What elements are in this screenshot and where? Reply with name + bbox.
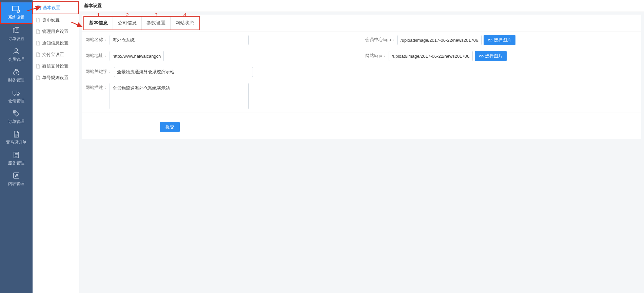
leftnav-item-order-manage[interactable]: 订单管理 [0,107,33,127]
page-title: 基本设置 [79,0,644,12]
subnav-label: 管理用户设置 [42,29,69,35]
cloud-upload-icon [488,38,492,42]
leftnav-item-order-settings[interactable]: 订单设置 [0,24,33,44]
sub-nav: 基本设置 货币设置 管理用户设置 通知信息设置 支付宝设置 微信支付设置 单号规… [33,0,79,293]
documents-icon [1,26,32,35]
cloud-upload-icon [479,54,484,58]
file-icon [36,64,40,69]
file-icon [36,52,40,57]
subnav-item-wechat-pay[interactable]: 微信支付设置 [33,60,79,72]
leftnav-label: 订单管理 [1,119,32,125]
leftnav-item-finance[interactable]: ¥ 财务管理 [0,65,33,86]
tabs: 1 基本信息 2 公司信息 3 参数设置 4 网站状态 [83,16,200,30]
gear-icon [1,4,31,14]
svg-text:W: W [15,174,18,178]
left-nav: 系统设置 订单设置 会员管理 ¥ 财务管理 仓储管理 [0,0,33,293]
user-icon [1,47,32,56]
list-icon [1,150,32,160]
desc-textarea[interactable] [110,83,249,109]
content: 1 基本信息 2 公司信息 3 参数设置 4 网站状态 [82,15,641,139]
leftnav-item-system-settings[interactable]: 系统设置 [0,2,33,24]
leftnav-label: 服务管理 [1,160,32,166]
file-icon [37,5,41,10]
site-name-label: 网站名称： [85,35,108,43]
upload-button-label: 选择图片 [494,37,511,43]
tab-label: 公司信息 [118,20,137,25]
leftnav-item-amazon-orders[interactable]: 亚马逊订单 [0,127,33,148]
leftnav-label: 系统设置 [1,15,31,20]
file-icon [36,41,40,45]
tab-label: 基本信息 [89,20,108,25]
file-icon [36,18,40,22]
leftnav-label: 亚马逊订单 [1,140,32,145]
truck-icon [1,88,32,97]
member-logo-upload-button[interactable]: 选择图片 [484,35,515,45]
file-icon [36,75,40,80]
subnav-label: 微信支付设置 [42,63,69,69]
subnav-item-alipay[interactable]: 支付宝设置 [33,49,79,60]
site-logo-upload-button[interactable]: 选择图片 [475,51,507,61]
svg-point-9 [15,112,16,113]
subnav-item-number-rules[interactable]: 单号规则设置 [33,72,79,84]
site-name-input[interactable] [110,35,249,45]
desc-label: 网站描述： [85,83,108,91]
money-bag-icon: ¥ [1,67,32,77]
subnav-label: 单号规则设置 [42,75,69,81]
tab-label: 网站状态 [175,20,194,25]
subnav-label: 货币设置 [42,17,60,23]
annotation-number: 2 [126,12,129,18]
keywords-input[interactable] [114,67,253,77]
tab-site-status[interactable]: 4 网站状态 [171,17,199,30]
site-url-input[interactable] [110,51,164,61]
keywords-label: 网站关键字： [85,67,112,75]
leftnav-label: 内容管理 [1,181,32,187]
leftnav-label: 会员管理 [1,57,32,62]
leftnav-label: 仓储管理 [1,98,32,104]
svg-rect-6 [13,91,17,94]
word-doc-icon: W [1,171,32,180]
annotation-number: 4 [183,12,186,18]
subnav-label: 通知信息设置 [42,40,69,46]
main-panel: 基本设置 1 基本信息 2 公司信息 3 [79,0,644,293]
subnav-item-currency[interactable]: 货币设置 [33,14,79,26]
member-logo-label: 会员中心logo： [365,35,396,43]
svg-point-7 [14,94,15,95]
subnav-item-notification[interactable]: 通知信息设置 [33,37,79,49]
subnav-item-basic-settings[interactable]: 基本设置 [33,1,79,14]
svg-text:¥: ¥ [15,71,17,74]
leftnav-item-content[interactable]: W 内容管理 [0,169,33,189]
leftnav-label: 订单设置 [1,36,32,42]
subnav-item-admin-user[interactable]: 管理用户设置 [33,26,79,37]
file-icon [36,29,40,34]
document-icon [1,129,32,139]
leftnav-item-member-manage[interactable]: 会员管理 [0,44,33,65]
upload-button-label: 选择图片 [485,53,503,59]
tab-params[interactable]: 3 参数设置 [142,17,171,30]
subnav-label: 支付宝设置 [42,52,64,58]
site-logo-input[interactable] [389,51,473,61]
tab-company-info[interactable]: 2 公司信息 [113,17,142,30]
submit-button[interactable]: 提交 [160,122,180,132]
settings-form: 网站名称： 会员中心logo： 选择图片 网站地 [82,32,641,112]
tab-basic-info[interactable]: 1 基本信息 [84,17,113,30]
leftnav-item-warehouse[interactable]: 仓储管理 [0,86,33,107]
svg-point-4 [15,49,18,51]
annotation-number: 3 [155,12,157,18]
site-logo-label: 网站logo： [365,51,387,59]
subnav-label: 基本设置 [43,5,60,11]
leftnav-label: 财务管理 [1,77,32,83]
annotation-number: 1 [97,12,100,18]
leftnav-item-service[interactable]: 服务管理 [0,148,33,169]
tab-label: 参数设置 [147,20,165,25]
site-url-label: 网站地址： [85,51,108,59]
member-logo-input[interactable] [397,35,482,45]
tag-icon [1,109,32,118]
svg-point-8 [17,94,19,95]
